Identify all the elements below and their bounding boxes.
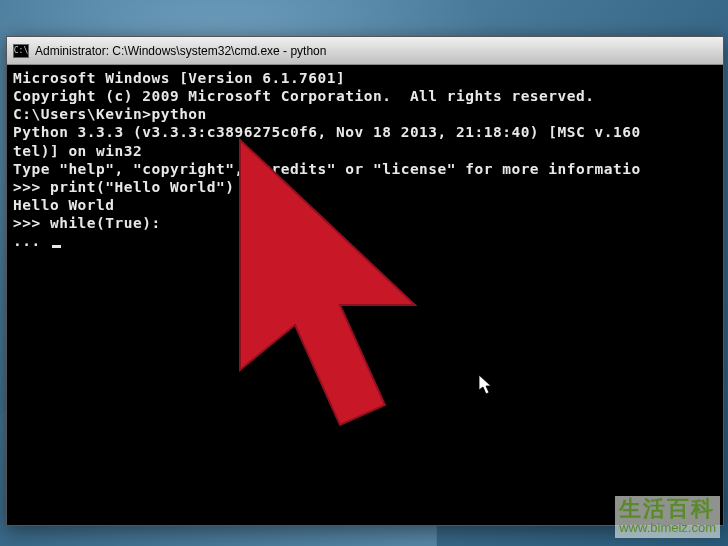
terminal-line: tel)] on win32: [13, 142, 717, 160]
cursor-block: [52, 245, 61, 248]
terminal-line: >>> print("Hello World"): [13, 178, 717, 196]
watermark-url: www.bimeiz.com: [619, 520, 716, 536]
terminal-line: ...: [13, 232, 717, 250]
cmd-window[interactable]: C:\ Administrator: C:\Windows\system32\c…: [6, 36, 724, 526]
terminal-line: Python 3.3.3 (v3.3.3:c3896275c0f6, Nov 1…: [13, 123, 717, 141]
cmd-icon: C:\: [13, 44, 29, 58]
title-bar[interactable]: C:\ Administrator: C:\Windows\system32\c…: [7, 37, 723, 65]
watermark: 生活百科 www.bimeiz.com: [615, 496, 720, 538]
watermark-text: 生活百科: [619, 498, 716, 520]
terminal-line: >>> while(True):: [13, 214, 717, 232]
terminal-line: Hello World: [13, 196, 717, 214]
terminal-line: Copyright (c) 2009 Microsoft Corporation…: [13, 87, 717, 105]
terminal-line: C:\Users\Kevin>python: [13, 105, 717, 123]
terminal-line: Microsoft Windows [Version 6.1.7601]: [13, 69, 717, 87]
window-title: Administrator: C:\Windows\system32\cmd.e…: [35, 44, 326, 58]
terminal-line: Type "help", "copyright", "credits" or "…: [13, 160, 717, 178]
terminal-output[interactable]: Microsoft Windows [Version 6.1.7601] Cop…: [7, 65, 723, 254]
